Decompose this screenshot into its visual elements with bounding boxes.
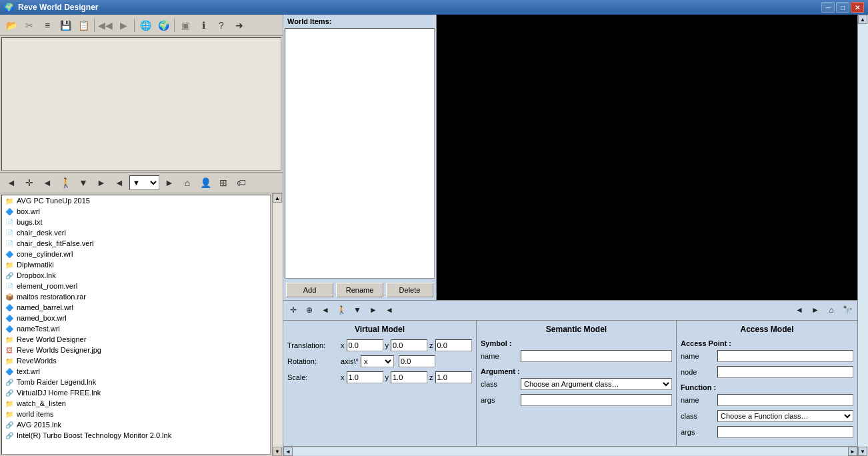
scroll-down-btn[interactable]: ▼ <box>273 447 282 456</box>
delete-button[interactable]: Delete <box>386 283 433 297</box>
unknown1-button[interactable]: ▣ <box>177 17 194 33</box>
cut-button[interactable]: ✂ <box>21 17 38 33</box>
func-args-input[interactable] <box>717 426 853 438</box>
cross-btn2[interactable]: ⊕ <box>302 303 317 317</box>
func-class-select[interactable]: Choose a Function class… <box>717 410 853 422</box>
scroll-track[interactable] <box>273 203 283 447</box>
maximize-button[interactable]: □ <box>836 2 849 13</box>
walk-btn[interactable]: 🚶 <box>57 175 74 191</box>
arrow-right-btn[interactable]: ► <box>93 175 110 191</box>
file-icon: 📁 <box>5 399 14 408</box>
list-item[interactable]: 🔗VirtualDJ Home FREE.lnk <box>2 387 270 398</box>
globe1-button[interactable]: 🌐 <box>137 17 154 33</box>
forward-button[interactable]: ▶ <box>115 17 132 33</box>
func-name-input[interactable] <box>717 394 853 406</box>
exit-button[interactable]: ➜ <box>231 17 248 33</box>
list-item[interactable]: 📄bugs.txt <box>2 217 270 227</box>
down-btn2[interactable]: ▼ <box>350 303 365 317</box>
scale-y-input[interactable] <box>391 371 427 383</box>
arrow-left2-btn[interactable]: ◄ <box>39 175 56 191</box>
right-scroll-track[interactable] <box>858 24 868 447</box>
list-item[interactable]: 🔷named_barrel.wrl <box>2 302 270 313</box>
list-item[interactable]: 📁world items <box>2 409 270 419</box>
nav-left-btn[interactable]: ◄ <box>792 303 807 317</box>
list-item[interactable]: 🔷text.wrl <box>2 366 270 377</box>
arrow-left-btn[interactable]: ◄ <box>3 175 20 191</box>
list-item[interactable]: 🔗Dropbox.lnk <box>2 270 270 281</box>
cross-btn[interactable]: ✛ <box>21 175 38 191</box>
binoculars-btn[interactable]: 🔭 <box>840 303 855 317</box>
scale-x-input[interactable] <box>347 371 383 383</box>
move-btn[interactable]: ✛ <box>286 303 301 317</box>
arrow-down-btn[interactable]: ▼ <box>75 175 92 191</box>
list-button[interactable]: ≡ <box>39 17 56 33</box>
walk-btn2[interactable]: 🚶 <box>334 303 349 317</box>
list-item[interactable]: 📁watch_&_listen <box>2 398 270 409</box>
arg-args-input[interactable] <box>521 394 672 406</box>
info-button[interactable]: ℹ <box>195 17 212 33</box>
minimize-button[interactable]: ─ <box>821 2 835 13</box>
building-btn[interactable]: ⌂ <box>824 303 839 317</box>
close-button[interactable]: ✕ <box>851 2 864 13</box>
nav-right-btn[interactable]: ► <box>808 303 823 317</box>
bottom-scrollbar[interactable]: ◄ ► <box>283 446 857 456</box>
argument-class-select[interactable]: Choose an Argument class… <box>521 378 672 390</box>
nav-forward-btn[interactable]: ► <box>161 175 178 191</box>
list-item[interactable]: 📦maitos restoration.rar <box>2 291 270 302</box>
home-btn[interactable]: ⌂ <box>179 175 196 191</box>
file-list: 📁AVG PC TuneUp 2015🔷box.wrl📄bugs.txt📄cha… <box>2 195 270 441</box>
translation-y-input[interactable] <box>391 339 427 351</box>
file-list-container[interactable]: 📁AVG PC TuneUp 2015🔷box.wrl📄bugs.txt📄cha… <box>1 195 271 455</box>
list-item[interactable]: 📄element_room.verl <box>2 281 270 291</box>
back-btn2[interactable]: ◄ <box>318 303 333 317</box>
list-item[interactable]: 🔷nameTest.wrl <box>2 323 270 334</box>
right-scroll-down[interactable]: ▼ <box>858 447 867 456</box>
list-item[interactable]: 🔷named_box.wrl <box>2 313 270 323</box>
nav-combo[interactable]: ▼ <box>129 175 159 190</box>
ap-name-input[interactable] <box>717 350 853 362</box>
scroll-left-btn[interactable]: ◄ <box>283 447 293 456</box>
nav-back-btn[interactable]: ◄ <box>111 175 128 191</box>
translation-z-input[interactable] <box>435 339 472 351</box>
grid-btn[interactable]: ⊞ <box>215 175 232 191</box>
person-btn[interactable]: 👤 <box>197 175 214 191</box>
save-button[interactable]: 💾 <box>57 17 74 33</box>
list-item[interactable]: 🔷box.wrl <box>2 206 270 217</box>
file-name: VirtualDJ Home FREE.lnk <box>17 389 101 397</box>
tag-btn[interactable]: 🏷 <box>233 175 250 191</box>
vertical-scrollbar[interactable]: ▲ ▼ <box>272 193 283 456</box>
list-item[interactable]: 📄chair_desk.verl <box>2 227 270 238</box>
globe2-button[interactable]: 🌍 <box>155 17 172 33</box>
add-button[interactable]: Add <box>286 283 333 297</box>
translation-x-input[interactable] <box>347 339 383 351</box>
open-button[interactable]: 📂 <box>3 17 20 33</box>
list-item[interactable]: 📁Reve World Designer <box>2 334 270 345</box>
list-item[interactable]: 🖼Reve Worlds Designer.jpg <box>2 345 270 355</box>
copy-button[interactable]: 📋 <box>75 17 92 33</box>
list-item[interactable]: 📁Diplwmatiki <box>2 259 270 270</box>
right-scroll-up[interactable]: ▲ <box>858 15 867 24</box>
list-item[interactable]: 📁AVG PC TuneUp 2015 <box>2 195 270 206</box>
back-button[interactable]: ◀◀ <box>97 17 114 33</box>
list-item[interactable]: 🔷cone_cylinder.wrl <box>2 249 270 259</box>
world-items-list[interactable] <box>285 28 435 279</box>
list-item[interactable]: 📁ReveWorlds <box>2 355 270 366</box>
list-item[interactable]: 📄chair_desk_fitFalse.verl <box>2 238 270 249</box>
list-item[interactable]: 🔗AVG 2015.lnk <box>2 419 270 430</box>
help-button[interactable]: ? <box>213 17 230 33</box>
scroll-up-btn[interactable]: ▲ <box>273 193 282 203</box>
rename-button[interactable]: Rename <box>336 283 383 297</box>
rotation-value-input[interactable] <box>399 355 435 367</box>
list-item[interactable]: 🔗Tomb Raider Legend.lnk <box>2 377 270 387</box>
sym-name-input[interactable] <box>521 350 672 362</box>
ap-node-input[interactable] <box>717 366 853 378</box>
back-btn3[interactable]: ◄ <box>382 303 397 317</box>
scroll-right-btn[interactable]: ► <box>848 447 857 456</box>
list-item[interactable]: 🔗Intel(R) Turbo Boost Technology Monitor… <box>2 430 270 441</box>
right-btn2[interactable]: ► <box>366 303 381 317</box>
scroll-h-track[interactable] <box>293 447 848 455</box>
right-scrollbar[interactable]: ▲ ▼ <box>857 15 868 456</box>
scale-z-input[interactable] <box>435 371 472 383</box>
axis-select[interactable]: x y z <box>361 355 394 367</box>
3d-viewport[interactable] <box>437 15 857 300</box>
